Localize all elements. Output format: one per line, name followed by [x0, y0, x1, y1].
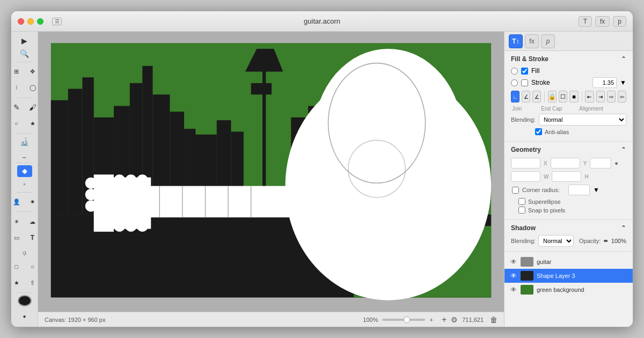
align-btn-3[interactable]: ⇨ [607, 91, 616, 102]
corner-radius-checkbox[interactable] [512, 187, 519, 194]
fill-stroke-header: Fill & Stroke ⌃ [511, 55, 626, 63]
shadow-opacity-slider[interactable] [604, 240, 608, 242]
align-btn-1[interactable]: ⇤ [585, 91, 594, 102]
lock-btn-2[interactable]: ☐ [559, 91, 567, 102]
panel-top-controls: T↕ fx p [504, 32, 633, 51]
layer-thumb-guitar [521, 257, 533, 267]
zoom-slider[interactable] [382, 319, 425, 321]
select-tool[interactable]: ▶ [17, 35, 32, 47]
y-input[interactable]: 800.67 [551, 158, 580, 168]
corner-radius-input[interactable]: 0 [568, 185, 590, 195]
layer-item-shape-layer-3[interactable]: 👁 Shape Layer 3 [504, 269, 633, 283]
color-tool[interactable]: ◉ [11, 308, 16, 324]
shadow-collapse[interactable]: ⌃ [621, 224, 626, 232]
add-layer-btn[interactable]: + [442, 315, 447, 325]
layer-eye-green-bg[interactable]: 👁 [510, 286, 517, 293]
shadow-opacity-value: 100% [611, 238, 626, 244]
anti-alias-checkbox[interactable] [535, 128, 542, 135]
status-right: 100% + + ⚙ 711,621 🗑 [363, 315, 497, 325]
layer-item-green-bg[interactable]: 👁 green background [504, 283, 633, 297]
text-icon-btn[interactable]: T↕ [509, 34, 523, 48]
blending-select[interactable]: Normal [539, 114, 626, 126]
fx-button[interactable]: fx [595, 16, 610, 27]
wh-row: 21.33 W 135.67 H [511, 171, 626, 182]
pencil-tool[interactable]: ✎ [11, 100, 24, 115]
end-cap-label: End Cap [541, 106, 562, 112]
svg-point-38 [125, 221, 136, 232]
fill-checkbox[interactable] [521, 68, 528, 75]
person-tool[interactable]: 👤 [11, 194, 24, 209]
star-tool[interactable]: ★ [11, 275, 24, 290]
align-btn-2[interactable]: ⇥ [596, 91, 605, 102]
fill-radio[interactable] [511, 68, 518, 75]
sidebar-toggle-button[interactable]: ☰ [52, 18, 62, 25]
layer-eye-guitar[interactable]: 👁 [510, 258, 517, 266]
superellipse-checkbox[interactable] [518, 198, 525, 205]
join-label: Join [512, 106, 522, 112]
angle-input[interactable]: 0° [590, 158, 611, 168]
stroke-dropdown-btn[interactable]: ▼ [620, 79, 626, 86]
grid-tool[interactable]: ⁝ [11, 80, 24, 95]
superellipse-row: Superellipse [518, 198, 626, 205]
fx-icon-btn[interactable]: fx [525, 34, 539, 48]
w-input[interactable]: 21.33 [511, 171, 540, 182]
align-btn-4[interactable]: ⇦ [618, 91, 626, 102]
minimize-button[interactable] [27, 18, 34, 25]
geometry-collapse[interactable]: ⌃ [621, 146, 626, 153]
warp-tools: 👤 ✷ [11, 194, 40, 209]
svg-point-39 [137, 221, 148, 232]
text-tool-button[interactable]: T [579, 16, 592, 27]
corner-radius-dropdown[interactable]: ▼ [593, 186, 599, 194]
fill-tool[interactable]: ● [17, 308, 32, 324]
join-btn-2[interactable]: ∠ [522, 91, 530, 102]
stroke-checkbox[interactable] [521, 79, 528, 86]
canvas-illustration [38, 32, 504, 312]
stroke-radio[interactable] [511, 79, 518, 86]
svg-rect-14 [251, 83, 272, 94]
zoom-slider-thumb [404, 317, 410, 323]
lock-btn-3[interactable]: ■ [569, 91, 578, 102]
zoom-tool[interactable]: 🔍 [17, 48, 32, 60]
svg-point-33 [85, 200, 97, 211]
svg-point-37 [114, 221, 125, 232]
crop-tool[interactable]: ⊞ [11, 64, 24, 79]
snap-pixels-row: Snap to pixels [518, 207, 626, 214]
snap-pixels-checkbox[interactable] [518, 207, 525, 214]
shadow-blending-row: Blending: Normal Opacity: 100% [511, 235, 626, 247]
color-swatch[interactable] [18, 295, 32, 306]
rect-select-tool[interactable]: ▭ [11, 230, 24, 245]
layer-item-guitar[interactable]: 👁 guitar [504, 255, 633, 269]
fill-stroke-collapse[interactable]: ⌃ [621, 55, 626, 63]
layer-eye-shape-3[interactable]: 👁 [510, 272, 517, 280]
coords-label: 711,621 [462, 317, 484, 323]
svg-rect-3 [68, 89, 83, 215]
stamp-tool[interactable]: ○ [11, 116, 24, 131]
stroke-value-input[interactable] [592, 77, 617, 88]
h-input[interactable]: 135.67 [552, 171, 581, 182]
svg-point-32 [85, 189, 97, 200]
shadow-header: Shadow ⌃ [511, 224, 626, 232]
x-input[interactable]: 800 [511, 158, 540, 168]
close-button[interactable] [18, 18, 24, 25]
toolbar-divider-2 [17, 98, 33, 98]
sun-tool[interactable]: ☀ [11, 214, 24, 229]
join-btn-3[interactable]: ∠ [532, 91, 541, 102]
pen-tool[interactable]: ◆ [17, 165, 32, 177]
pen-tool-2[interactable]: ▫ [17, 178, 32, 190]
join-btn-1[interactable]: ∟ [511, 91, 519, 102]
layer-thumb-shape-3 [521, 271, 533, 281]
rect-tool[interactable]: □ [11, 259, 24, 274]
maximize-button[interactable] [37, 18, 43, 25]
line-tool[interactable]: ⎯ [17, 149, 32, 160]
left-toolbar: ▶ 🔍 ⊞ ✥ ⁝ ◯ ✎ 🖌 ○ ★ 🔬 ⎯ ◆ [11, 32, 38, 327]
star-tools: ★ ⇧ [11, 275, 40, 290]
gear-icon[interactable]: ⚙ [451, 315, 458, 324]
lock-btn[interactable]: 🔒 [548, 91, 557, 102]
shadow-blending-select[interactable]: Normal [538, 235, 574, 247]
trash-icon[interactable]: 🗑 [490, 315, 497, 324]
p-button[interactable]: p [613, 16, 626, 27]
p-icon-btn[interactable]: p [541, 34, 555, 48]
canvas-content[interactable] [38, 32, 504, 312]
bezier-tool[interactable]: ⍶ [17, 246, 32, 258]
eyedropper-tool[interactable]: 🔬 [17, 136, 32, 148]
